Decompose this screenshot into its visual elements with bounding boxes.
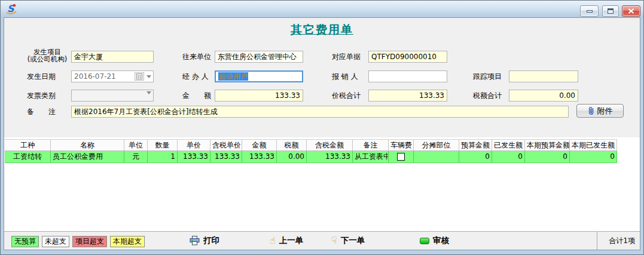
total-count: 合计1项 [597, 232, 640, 250]
tracking-field[interactable] [509, 70, 578, 82]
detail-table: 工种 名称 单位 数量 单价 含税单价 金额 税额 含税金额 备注 车辆费 分摊… [4, 137, 640, 231]
col-header-incurred[interactable]: 已发生额 [492, 140, 525, 150]
cell-price[interactable]: 133.33 [178, 151, 210, 162]
cell-budget[interactable]: 0 [459, 151, 492, 162]
counterparty-field[interactable]: 东营住房公积金管理中心 [215, 51, 303, 63]
col-header-name[interactable]: 名称 [51, 140, 124, 150]
cell-job-type[interactable]: 工资结转 [5, 151, 51, 162]
table-header-row: 工种 名称 单位 数量 单价 含税单价 金额 税额 含税金额 备注 车辆费 分摊… [5, 139, 617, 151]
col-header-amount[interactable]: 金额 [242, 140, 277, 150]
doc-no-label: 对应单据 [332, 51, 361, 63]
legend-no-budget: 无预算 [11, 236, 39, 247]
project-label: 发生项目 (或公司机构) [22, 48, 72, 63]
maximize-button[interactable] [602, 5, 619, 17]
legend-not-over: 未超支 [42, 236, 69, 247]
col-header-remark[interactable]: 备注 [353, 140, 389, 150]
col-header-share-part[interactable]: 分摊部位 [414, 140, 459, 150]
date-dropdown-icon[interactable] [146, 75, 151, 78]
col-header-vehicle-fee[interactable]: 车辆费 [389, 140, 414, 150]
invoice-type-label: 发票类别 [27, 90, 56, 102]
cell-price-with-tax[interactable]: 133.33 [210, 151, 242, 162]
print-button[interactable]: 打印 [190, 235, 219, 246]
combo-dropdown-icon[interactable] [146, 91, 151, 94]
col-header-tax[interactable]: 税额 [277, 140, 307, 150]
hand-up-icon: ☝ [270, 235, 276, 246]
previous-document-button[interactable]: ☝ 上一单 [270, 235, 303, 246]
col-header-period-budget[interactable]: 本期预算金额 [525, 140, 570, 150]
tax-total-label: 税额合计 [473, 90, 502, 102]
remark-field[interactable]: 根据2016年7月工资表[公积金合计]结转生成 [71, 106, 569, 118]
minimize-button[interactable] [580, 5, 599, 17]
total-with-tax-field[interactable]: 133.33 [368, 90, 447, 102]
invoice-type-select[interactable] [71, 90, 154, 102]
cell-remark[interactable]: 从工资表中 [353, 151, 389, 162]
date-picker[interactable]: 2016-07-21 [71, 70, 154, 82]
tracking-label: 跟踪项目 [473, 70, 502, 82]
col-header-amount-with-tax[interactable]: 含税金额 [307, 140, 353, 150]
amount-label: 金 额 [182, 90, 211, 102]
cell-unit[interactable]: 元 [124, 151, 148, 162]
window: S 其它费用单 发生项目 (或公司机构) 金宇大厦 往来单位 东营住房公积金管理… [0, 0, 644, 255]
remark-label: 备 注 [27, 106, 56, 118]
close-icon [628, 8, 634, 14]
cell-amount[interactable]: 133.33 [242, 151, 277, 162]
cell-period-incurred[interactable]: 0 [570, 151, 617, 162]
col-header-job-type[interactable]: 工种 [5, 140, 51, 150]
col-header-price[interactable]: 单价 [178, 140, 210, 150]
project-field[interactable]: 金宇大厦 [71, 51, 154, 63]
cell-incurred[interactable]: 0 [492, 151, 525, 162]
footer-bar: 无预算 未超支 项目超支 本期超支 打印 ☝ 上一单 ☟ [4, 231, 640, 250]
total-with-tax-label: 价税合计 [332, 90, 361, 102]
cell-vehicle-fee[interactable] [389, 151, 414, 162]
counterparty-label: 往来单位 [182, 51, 211, 63]
cell-amount-with-tax[interactable]: 133.33 [307, 151, 353, 162]
maximize-icon [608, 8, 614, 14]
cell-period-budget[interactable]: 0 [525, 151, 570, 162]
titlebar: S [1, 1, 643, 17]
page-title: 其它费用单 [4, 22, 640, 38]
vehicle-fee-checkbox[interactable] [397, 153, 405, 161]
printer-icon [190, 236, 200, 245]
attachment-button[interactable]: 附件 [576, 104, 624, 118]
col-header-qty[interactable]: 数量 [148, 140, 178, 150]
handler-field[interactable]: 超级用户 [215, 70, 303, 82]
status-legend: 无预算 未超支 项目超支 本期超支 [11, 236, 145, 247]
date-label: 发生日期 [27, 70, 56, 82]
col-header-budget[interactable]: 预算金额 [459, 140, 492, 150]
cell-qty[interactable]: 1 [148, 151, 178, 162]
paperclip-icon [588, 106, 594, 115]
handler-label: 经 办 人 [182, 70, 209, 82]
reimburser-label: 报 销 人 [332, 70, 358, 82]
col-header-unit[interactable]: 单位 [124, 140, 148, 150]
hand-down-icon: ☟ [331, 235, 337, 246]
legend-period-over: 本期超支 [110, 236, 145, 247]
tax-total-field[interactable]: 0.00 [509, 90, 578, 102]
client-area: 其它费用单 发生项目 (或公司机构) 金宇大厦 往来单位 东营住房公积金管理中心… [4, 17, 640, 250]
col-header-price-with-tax[interactable]: 含税单价 [210, 140, 242, 150]
minimize-icon [587, 10, 593, 13]
cell-name[interactable]: 员工公积金费用 [51, 151, 124, 162]
next-document-button[interactable]: ☟ 下一单 [331, 235, 365, 246]
app-logo-icon: S [5, 3, 17, 15]
cell-share-part[interactable] [414, 151, 459, 162]
doc-no-field[interactable]: QTFYD090000010 [368, 51, 447, 63]
cell-tax[interactable]: 0.00 [277, 151, 307, 162]
calendar-icon[interactable] [135, 72, 144, 81]
col-header-period-incurred[interactable]: 本期已发生额 [570, 140, 617, 150]
legend-project-over: 项目超支 [72, 236, 107, 247]
audit-button[interactable]: 审核 [420, 235, 449, 246]
amount-field[interactable]: 133.33 [215, 90, 303, 102]
close-button[interactable] [622, 5, 640, 17]
audit-status-icon [420, 238, 429, 244]
selected-text: 超级用户 [218, 72, 248, 81]
reimburser-field[interactable] [368, 70, 447, 82]
table-row[interactable]: 工资结转 员工公积金费用 元 1 133.33 133.33 133.33 0.… [5, 151, 617, 163]
